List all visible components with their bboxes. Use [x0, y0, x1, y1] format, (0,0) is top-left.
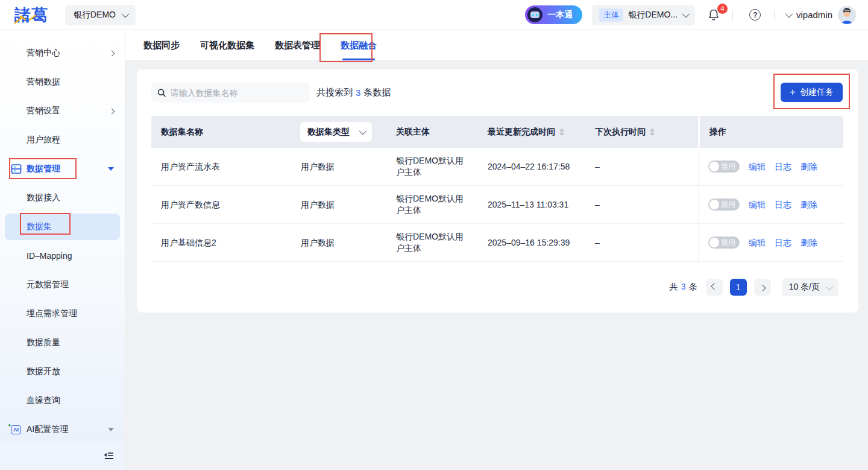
toggle-label: 禁用	[721, 160, 735, 173]
delete-link[interactable]: 删除	[800, 199, 817, 211]
entity: 银行DEMO默认用户主体	[386, 231, 478, 254]
enable-toggle[interactable]: 禁用	[708, 237, 740, 249]
sidebar-item-11[interactable]: 数据开放	[0, 357, 125, 386]
page-size-value: 10 条/页	[789, 282, 820, 293]
top-header: 諸葛 银行DEMO 一本通 主体 银行DEMO... 4 ? vipadm	[0, 0, 868, 30]
sidebar-item-0[interactable]: 营销中心	[0, 39, 125, 68]
edit-link[interactable]: 编辑	[749, 199, 766, 211]
sidebar-item-1[interactable]: 营销数据	[0, 68, 125, 97]
workspace-selector[interactable]: 银行DEMO	[65, 5, 136, 25]
sidebar: 营销中心营销数据营销设置用户旅程数据管理数据接入数据集ID–Mapping元数据…	[0, 30, 125, 470]
dataset-type: 用户数据	[291, 199, 386, 211]
sidebar-item-4[interactable]: 数据管理	[0, 154, 125, 183]
col-entity: 关联主体	[386, 127, 478, 138]
page-1-button[interactable]: 1	[730, 279, 747, 296]
prev-page-button[interactable]	[706, 279, 723, 296]
sidebar-item-label: ID–Mapping	[27, 251, 72, 261]
toggle-knob	[709, 162, 719, 171]
sidebar-item-label: 数据接入	[27, 192, 60, 203]
page-size-select[interactable]: 10 条/页	[782, 278, 838, 296]
edit-link[interactable]: 编辑	[749, 161, 766, 173]
actions-cell: 禁用编辑日志删除	[698, 186, 843, 223]
result-prefix: 共搜索到	[316, 87, 353, 98]
tab-bar: 数据同步可视化数据集数据表管理数据融合	[125, 30, 868, 61]
sidebar-item-5[interactable]: 数据接入	[0, 183, 125, 212]
pagination: 共 3 条 1 10 条/页	[670, 278, 838, 296]
col-last-updated: 最近更新完成时间	[478, 127, 585, 138]
tab-1[interactable]: 可视化数据集	[200, 30, 254, 60]
sidebar-item-content: 营销数据	[11, 77, 60, 87]
edit-link[interactable]: 编辑	[749, 237, 766, 249]
sidebar-item-label: 数据管理	[27, 164, 60, 174]
create-task-button[interactable]: + 创建任务	[781, 83, 843, 102]
dataset-type: 用户数据	[291, 161, 386, 173]
toggle-label: 禁用	[721, 237, 735, 249]
sidebar-item-content: 数据开放	[11, 366, 60, 377]
sort-icon[interactable]	[559, 129, 564, 136]
log-link[interactable]: 日志	[775, 237, 791, 249]
sort-icon[interactable]	[650, 129, 655, 136]
sidebar-item-label: 营销中心	[27, 48, 60, 59]
help-button[interactable]: ?	[745, 5, 766, 25]
last-updated: 2024–04–22 16:17:58	[478, 161, 585, 173]
sidebar-item-content: 血缘查询	[11, 395, 60, 406]
sidebar-item-content: 用户旅程	[11, 135, 60, 145]
enable-toggle[interactable]: 禁用	[708, 198, 740, 211]
collapse-sidebar-button[interactable]	[103, 451, 114, 460]
col-dataset-type: 数据集类型	[291, 122, 386, 142]
search-icon	[157, 88, 166, 98]
last-updated: 2025–09–16 15:29:39	[478, 237, 585, 249]
sidebar-item-8[interactable]: 元数据管理	[0, 270, 125, 299]
sidebar-item-label: 血缘查询	[27, 395, 60, 406]
result-suffix: 条数据	[363, 87, 391, 98]
logo-chart-icon	[13, 13, 49, 26]
sidebar-item-6[interactable]: 数据集	[0, 212, 125, 241]
next-run: –	[585, 199, 698, 211]
tab-0[interactable]: 数据同步	[143, 30, 180, 60]
workspace-name: 银行DEMO	[74, 10, 116, 21]
tab-2[interactable]: 数据表管理	[275, 30, 320, 60]
chevron-down-icon	[785, 10, 793, 18]
toggle-knob	[709, 238, 719, 247]
chevron-right-icon	[109, 50, 115, 56]
sidebar-item-12[interactable]: 血缘查询	[0, 386, 125, 415]
last-updated: 2025–11–13 11:03:31	[478, 199, 585, 211]
collapse-sidebar-icon	[103, 451, 114, 460]
dataset-type-filter[interactable]: 数据集类型	[300, 122, 372, 142]
dataset-name: 用户基础信息2	[151, 237, 291, 249]
sidebar-item-label: 埋点需求管理	[27, 308, 77, 319]
sidebar-item-10[interactable]: 数据质量	[0, 328, 125, 357]
sidebar-item-content: 埋点需求管理	[11, 308, 77, 319]
sidebar-item-label: AI配置管理	[27, 424, 68, 435]
sidebar-item-9[interactable]: 埋点需求管理	[0, 299, 125, 328]
sidebar-item-content: ID–Mapping	[11, 251, 72, 261]
assistant-button[interactable]: 一本通	[525, 5, 582, 24]
dataset-name: 用户资产流水表	[151, 161, 291, 173]
dataset-type: 用户数据	[291, 237, 386, 249]
username: vipadmin	[796, 10, 832, 20]
tab-3[interactable]: 数据融合	[341, 30, 377, 60]
cabinet-icon	[11, 164, 27, 174]
user-menu[interactable]: vipadmin	[785, 6, 856, 24]
log-link[interactable]: 日志	[775, 199, 791, 211]
sidebar-item-content: AI✦AI配置管理	[11, 424, 68, 435]
notification-button[interactable]: 4	[703, 5, 724, 25]
next-page-button[interactable]	[754, 279, 771, 296]
table-row: 用户基础信息2用户数据银行DEMO默认用户主体2025–09–16 15:29:…	[151, 224, 843, 262]
delete-link[interactable]: 删除	[800, 237, 817, 249]
sidebar-item-content: 营销设置	[11, 106, 60, 116]
sidebar-item-2[interactable]: 营销设置	[0, 97, 125, 125]
search-box[interactable]	[151, 83, 310, 103]
ai-icon: AI✦	[11, 425, 27, 434]
delete-link[interactable]: 删除	[800, 161, 817, 173]
sidebar-item-7[interactable]: ID–Mapping	[0, 241, 125, 270]
actions-cell: 禁用编辑日志删除	[698, 148, 843, 185]
entity-selector[interactable]: 主体 银行DEMO...	[592, 5, 695, 25]
dataset-table: 数据集名称 数据集类型 关联主体 最近更新完成时间 下次执行时间 操作	[151, 116, 843, 262]
sidebar-item-label: 用户旅程	[27, 135, 60, 145]
ai-icon: AI	[11, 425, 21, 434]
search-input[interactable]	[171, 88, 304, 98]
enable-toggle[interactable]: 禁用	[708, 160, 740, 173]
sidebar-item-3[interactable]: 用户旅程	[0, 125, 125, 154]
log-link[interactable]: 日志	[775, 161, 791, 173]
